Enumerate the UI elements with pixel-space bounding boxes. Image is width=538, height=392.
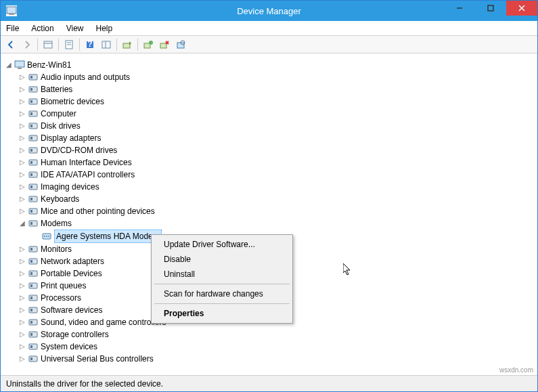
expand-icon[interactable]: ▷ — [18, 169, 26, 181]
svg-rect-33 — [29, 123, 37, 129]
tree-category-label: Keyboards — [41, 193, 79, 205]
tree-category[interactable]: ▷Human Interface Devices — [18, 156, 537, 169]
ctx-update-driver[interactable]: Update Driver Software... — [153, 237, 291, 252]
svg-rect-60 — [30, 272, 32, 275]
tree-category-label: Print queues — [41, 280, 86, 292]
expand-icon[interactable]: ▷ — [18, 304, 26, 316]
tree-category[interactable]: ▷System devices — [18, 341, 537, 353]
svg-rect-42 — [30, 173, 32, 176]
tree-category[interactable]: ▷Biometric devices — [18, 95, 537, 108]
collapse-icon[interactable]: ◢ — [18, 217, 26, 230]
tree-category[interactable]: ▷Storage controllers — [18, 328, 537, 341]
menu-file[interactable]: File — [5, 22, 20, 35]
svg-rect-29 — [29, 99, 37, 104]
view-button[interactable] — [99, 37, 114, 52]
update-driver-button[interactable] — [120, 37, 135, 52]
expand-icon[interactable]: ▷ — [18, 205, 26, 217]
ctx-uninstall[interactable]: Uninstall — [153, 267, 291, 282]
category-icon — [28, 194, 39, 204]
ctx-scan[interactable]: Scan for hardware changes — [153, 286, 291, 301]
svg-rect-40 — [30, 161, 32, 164]
svg-rect-66 — [30, 309, 32, 311]
tree-category-label: IDE ATA/ATAPI controllers — [41, 169, 135, 181]
expand-icon[interactable]: ▷ — [18, 95, 26, 108]
svg-rect-25 — [29, 74, 37, 80]
tree-category-label: Imaging devices — [41, 181, 99, 193]
expand-icon[interactable]: ▷ — [18, 156, 26, 169]
expand-icon[interactable]: ▷ — [18, 108, 26, 120]
svg-rect-49 — [29, 221, 37, 226]
tree-category[interactable]: ▷Computer — [18, 108, 537, 120]
expand-icon[interactable]: ▷ — [18, 193, 26, 205]
forward-button[interactable] — [20, 37, 35, 52]
tree-category[interactable]: ▷Disk drives — [18, 120, 537, 132]
toolbar-separator — [37, 39, 38, 51]
expand-icon[interactable]: ▷ — [18, 341, 26, 353]
tree-category[interactable]: ▷IDE ATA/ATAPI controllers — [18, 169, 537, 181]
ctx-separator — [154, 303, 290, 304]
svg-rect-32 — [30, 112, 32, 115]
uninstall-button[interactable] — [157, 37, 172, 52]
svg-rect-35 — [29, 135, 37, 141]
tree-category[interactable]: ▷Audio inputs and outputs — [18, 71, 537, 83]
enable-button[interactable] — [141, 37, 156, 52]
scan-button[interactable] — [173, 37, 188, 52]
svg-rect-38 — [30, 149, 32, 152]
svg-rect-47 — [29, 209, 37, 214]
ctx-properties[interactable]: Properties — [153, 306, 291, 321]
tree-category-label: Universal Serial Bus controllers — [41, 353, 154, 365]
category-icon — [28, 84, 39, 95]
tree-category-label: Storage controllers — [41, 328, 109, 341]
tree-category[interactable]: ▷Batteries — [18, 83, 537, 95]
tree-category-label: Processors — [41, 292, 81, 304]
expand-icon[interactable]: ▷ — [18, 316, 26, 328]
expand-icon[interactable]: ▷ — [18, 181, 26, 193]
expand-icon[interactable]: ▷ — [18, 353, 26, 365]
expand-icon[interactable]: ▷ — [18, 83, 26, 95]
tree-category[interactable]: ▷Display adapters — [18, 132, 537, 144]
expand-icon[interactable]: ▷ — [18, 280, 26, 292]
expand-icon[interactable]: ▷ — [18, 243, 26, 255]
category-icon — [28, 329, 39, 340]
expand-icon[interactable]: ▷ — [18, 71, 26, 83]
svg-text:?: ? — [87, 39, 92, 49]
tree-category[interactable]: ▷Mice and other pointing devices — [18, 205, 537, 217]
close-button[interactable] — [506, 1, 537, 16]
expand-icon[interactable]: ▷ — [18, 144, 26, 156]
category-icon — [28, 133, 39, 144]
minimize-button[interactable] — [444, 1, 475, 16]
category-icon — [28, 145, 39, 156]
svg-rect-26 — [30, 76, 32, 79]
tree-category-label: Human Interface Devices — [41, 156, 132, 169]
expand-icon[interactable]: ▷ — [18, 120, 26, 132]
expand-icon[interactable]: ▷ — [18, 328, 26, 341]
ctx-disable[interactable]: Disable — [153, 252, 291, 267]
svg-rect-74 — [30, 357, 32, 360]
tree-category[interactable]: ▷Universal Serial Bus controllers — [18, 353, 537, 365]
tree-category-label: DVD/CD-ROM drives — [41, 144, 117, 156]
maximize-button[interactable] — [475, 1, 506, 16]
tree-root[interactable]: ◢ Benz-Win81 — [5, 59, 537, 71]
expand-icon[interactable]: ▷ — [18, 267, 26, 280]
tree-category[interactable]: ◢Modems — [18, 217, 537, 230]
category-icon — [28, 121, 39, 131]
help-button[interactable]: ? — [83, 37, 97, 52]
svg-rect-28 — [30, 88, 32, 91]
device-tree[interactable]: ◢ Benz-Win81 ▷Audio inputs and outputs▷B… — [1, 55, 537, 374]
expand-icon[interactable]: ▷ — [18, 292, 26, 304]
menu-help[interactable]: Help — [95, 22, 114, 35]
collapse-icon[interactable]: ◢ — [5, 59, 13, 71]
properties-button[interactable] — [62, 37, 76, 52]
show-hidden-button[interactable] — [41, 37, 55, 52]
svg-rect-44 — [30, 186, 32, 188]
back-button[interactable] — [3, 37, 18, 52]
svg-rect-16 — [144, 43, 150, 48]
expand-icon[interactable]: ▷ — [18, 255, 26, 267]
menu-action[interactable]: Action — [30, 22, 55, 35]
tree-category-label: Modems — [41, 217, 72, 230]
expand-icon[interactable]: ▷ — [18, 132, 26, 144]
tree-category[interactable]: ▷Imaging devices — [18, 181, 537, 193]
menu-view[interactable]: View — [65, 22, 85, 35]
tree-category[interactable]: ▷Keyboards — [18, 193, 537, 205]
tree-category[interactable]: ▷DVD/CD-ROM drives — [18, 144, 537, 156]
